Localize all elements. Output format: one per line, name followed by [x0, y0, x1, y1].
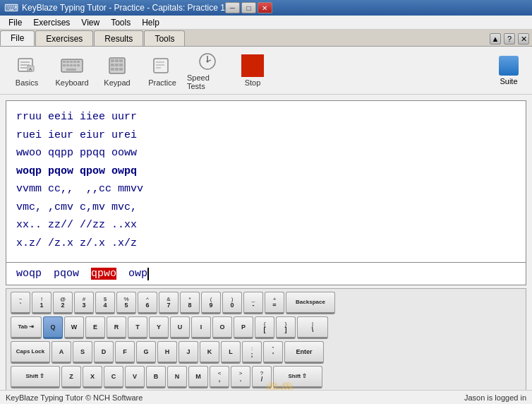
keypad-button[interactable]: Keypad [96, 50, 138, 91]
key-c[interactable]: C [104, 366, 123, 388]
key-6[interactable]: ^6 [138, 292, 157, 314]
key-z[interactable]: Z [61, 366, 81, 388]
key-equals[interactable]: += [265, 292, 284, 314]
key-1[interactable]: !1 [32, 292, 52, 314]
key-g[interactable]: G [136, 341, 156, 364]
menu-view[interactable]: View [75, 16, 105, 29]
practice-line-3: woqp pqow qpow owpq [16, 162, 516, 181]
key-s[interactable]: S [73, 341, 92, 364]
key-w[interactable]: W [64, 316, 84, 339]
title-bar: ⌨ KeyBlaze Typing Tutor - Practice - Cap… [0, 0, 532, 16]
key-9[interactable]: (9 [201, 292, 221, 314]
key-tab[interactable]: Tab ⇥ [11, 316, 42, 339]
key-r[interactable]: R [107, 316, 126, 339]
key-i[interactable]: I [191, 316, 211, 339]
stop-button[interactable]: Stop [231, 50, 274, 91]
practice-label: Practice [148, 78, 176, 87]
key-rbracket[interactable]: }] [276, 316, 296, 339]
key-lbracket[interactable]: {[ [255, 316, 274, 339]
key-u[interactable]: U [170, 316, 190, 339]
title-icon: ⌨ [4, 2, 18, 13]
status-right: Jason is logged in [464, 393, 526, 402]
key-shift-right[interactable]: Shift ⇧ [273, 366, 322, 388]
key-0[interactable]: )0 [222, 292, 242, 314]
menu-tools[interactable]: Tools [105, 16, 136, 29]
key-l[interactable]: L [221, 341, 241, 364]
keyboard-container: ~` !1 @2 #3 $4 %5 ^6 &7 *8 (9 )0 _- += B… [6, 288, 526, 404]
key-4[interactable]: $4 [95, 292, 115, 314]
menu-exercises[interactable]: Exercises [28, 16, 75, 29]
menu-file[interactable]: File [3, 16, 28, 29]
key-backspace[interactable]: Backspace [286, 292, 335, 314]
nav-close-button[interactable]: ✕ [518, 33, 529, 44]
practice-line-0: rruu eeii iiee uurr [16, 108, 516, 126]
key-m[interactable]: M [188, 366, 208, 388]
svg-rect-19 [111, 59, 114, 62]
key-minus[interactable]: _- [243, 292, 263, 314]
key-a[interactable]: A [52, 341, 71, 364]
close-button[interactable]: ✕ [258, 2, 272, 13]
key-b[interactable]: B [146, 366, 166, 388]
key-2[interactable]: @2 [53, 292, 73, 314]
svg-rect-25 [111, 68, 114, 71]
key-e[interactable]: E [85, 316, 105, 339]
key-t[interactable]: T [128, 316, 147, 339]
practice-line-2: wwoo qqpp ppqq ooww [16, 144, 516, 162]
keyboard-button[interactable]: Keyboard [51, 50, 93, 91]
svg-rect-23 [115, 64, 119, 66]
tab-tools[interactable]: Tools [144, 30, 185, 46]
key-h[interactable]: H [157, 341, 177, 364]
key-p[interactable]: P [234, 316, 253, 339]
key-3[interactable]: #3 [74, 292, 94, 314]
keyboard-row-numbers: ~` !1 @2 #3 $4 %5 ^6 &7 *8 (9 )0 _- += B… [11, 292, 521, 314]
keyboard-icon [61, 54, 83, 77]
menu-help[interactable]: Help [136, 16, 165, 29]
practice-line-7: x.z/ /z.x z/.x .x/z [16, 234, 516, 253]
keyboard-row-zxcv: Shift ⇧ Z X C V B N M <, >. ?/ Shift ⇧ [11, 366, 521, 388]
key-v[interactable]: V [125, 366, 145, 388]
key-slash[interactable]: ?/ [252, 366, 272, 388]
nav-up-button[interactable]: ▲ [490, 33, 501, 44]
key-shift-left[interactable]: Shift ⇧ [11, 366, 60, 388]
key-semicolon[interactable]: :; [242, 341, 262, 364]
key-j[interactable]: J [179, 341, 198, 364]
key-comma[interactable]: <, [210, 366, 229, 388]
key-5[interactable]: %5 [116, 292, 136, 314]
svg-rect-12 [63, 64, 66, 66]
practice-button[interactable]: Practice [141, 50, 183, 91]
key-f[interactable]: F [115, 341, 135, 364]
minimize-button[interactable]: ─ [225, 2, 240, 13]
input-area[interactable]: woqp pqow qpwo owp [6, 263, 526, 285]
suite-button[interactable]: Suite [491, 50, 526, 91]
key-y[interactable]: Y [149, 316, 169, 339]
practice-line-5: vmc, ,cmv c,mv mvc, [16, 198, 516, 217]
svg-rect-21 [119, 59, 123, 62]
key-q[interactable]: Q [43, 316, 63, 339]
key-8[interactable]: *8 [180, 292, 200, 314]
speed-tests-button[interactable]: Speed Tests [186, 50, 229, 91]
basics-button[interactable]: A Basics [6, 50, 48, 91]
key-x[interactable]: X [83, 366, 102, 388]
tab-results[interactable]: Results [94, 30, 143, 46]
key-backtick[interactable]: ~` [11, 292, 30, 314]
key-n[interactable]: N [167, 366, 187, 388]
key-period[interactable]: >. [231, 366, 250, 388]
key-backslash[interactable]: |\ [297, 316, 328, 339]
svg-rect-17 [66, 69, 76, 71]
help-button[interactable]: ? [504, 33, 515, 44]
svg-rect-11 [77, 61, 80, 63]
tab-exercises[interactable]: Exercises [35, 30, 93, 46]
maximize-button[interactable]: □ [241, 2, 256, 13]
key-quote[interactable]: "' [263, 341, 283, 364]
typed-word-2: qpwo [91, 268, 116, 280]
key-capslock[interactable]: Caps Lock [11, 341, 50, 364]
tab-file[interactable]: File [0, 30, 35, 46]
svg-rect-26 [115, 68, 119, 71]
key-7[interactable]: &7 [159, 292, 179, 314]
basics-label: Basics [16, 78, 38, 87]
key-k[interactable]: K [200, 341, 219, 364]
key-o[interactable]: O [212, 316, 232, 339]
toolbar: A Basics Keyboard [0, 47, 532, 95]
key-enter[interactable]: Enter [284, 341, 324, 364]
key-d[interactable]: D [94, 341, 114, 364]
